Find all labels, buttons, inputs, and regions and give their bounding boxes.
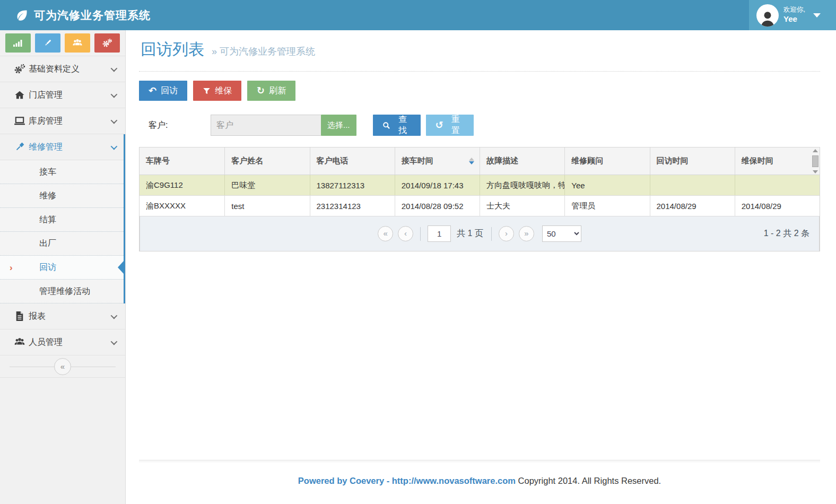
document-icon [11, 311, 29, 321]
next-page-button[interactable]: › [499, 226, 514, 241]
search-button-label: 查找 [395, 114, 411, 136]
maintain-button-label: 维保 [215, 85, 232, 97]
sidebar-item-repair-mgmt[interactable]: 维修管理 [0, 134, 124, 160]
footer-text: Powered by Coevery - http://www.novasoft… [139, 462, 820, 504]
reply-arrow-icon: ↶ [149, 86, 156, 95]
column-label: 车牌号 [146, 156, 170, 166]
sidebar-item-warehouse-mgmt[interactable]: 库房管理 [0, 108, 125, 134]
chevron-down-icon [111, 117, 118, 124]
column-header-plate[interactable]: 车牌号 [140, 147, 224, 175]
cell-customer-name: test [224, 196, 309, 216]
search-icon [382, 121, 390, 129]
sidebar-item-basic-data[interactable]: 基础资料定义 [0, 56, 125, 82]
column-header-customer-name[interactable]: 客户姓名 [224, 147, 309, 175]
gears-icon [11, 64, 29, 74]
main-content: 回访列表 » 可为汽修业务管理系统 ↶ 回访 维保 ↻ 刷新 客户: [126, 30, 836, 504]
cell-followup-time: 2014/08/29 [650, 196, 735, 216]
quick-tiles [0, 30, 125, 56]
avatar [756, 4, 779, 27]
leaf-logo-icon [15, 8, 29, 22]
column-header-fault-desc[interactable]: 故障描述 [480, 147, 564, 175]
active-chevron-icon: › [10, 263, 13, 272]
sidebar-item-label: 报表 [29, 311, 111, 322]
collapse-sidebar-button[interactable]: « [54, 358, 71, 375]
reset-button[interactable]: ↺ 重置 [426, 115, 474, 136]
page-title: 回访列表 [141, 39, 204, 60]
search-button[interactable]: 查找 [373, 115, 421, 136]
table-row[interactable]: 渝BXXXXX test 2312314123 2014/08/28 09:52… [140, 196, 820, 216]
user-menu[interactable]: 欢迎你, Yee [749, 0, 836, 30]
sidebar-item-reports[interactable]: 报表 [0, 303, 125, 329]
sidebar-subitem-manage-activities[interactable]: 管理维修活动 [0, 280, 124, 303]
cell-advisor: Yee [564, 175, 649, 195]
active-menu-section: 维修管理 接车 维修 结算 出厂 › 回访 管理维修活动 [0, 134, 125, 303]
cell-followup-time [650, 175, 735, 195]
total-pages-label: 共 1 页 [457, 228, 483, 239]
refresh-button[interactable]: ↻ 刷新 [247, 81, 295, 101]
column-header-customer-phone[interactable]: 客户电话 [310, 147, 395, 175]
cell-advisor: 管理员 [564, 196, 649, 216]
sort-icon[interactable] [469, 158, 474, 164]
customer-filter-label: 客户: [139, 120, 211, 131]
column-label: 维修顾问 [571, 156, 603, 166]
scroll-down-icon[interactable] [813, 170, 818, 173]
users-icon [11, 337, 29, 347]
column-label: 客户电话 [317, 156, 349, 166]
scrollbar-thumb[interactable] [812, 155, 818, 167]
table-scrollbar[interactable] [811, 149, 820, 173]
cell-customer-phone: 13827112313 [310, 175, 395, 195]
scroll-up-icon[interactable] [813, 149, 818, 152]
gavel-icon [11, 142, 29, 152]
page-number-input[interactable] [428, 225, 451, 242]
column-header-followup-time[interactable]: 回访时间 [650, 147, 735, 175]
pager-divider [491, 227, 492, 241]
copyright-text: Copyright 2014. All Rights Reserved. [516, 476, 661, 485]
sidebar-item-personnel-mgmt[interactable]: 人员管理 [0, 329, 125, 355]
funnel-icon [203, 87, 211, 95]
pagination-bar: « ‹ 共 1 页 › » 50 1 - 2 共 2 条 [140, 216, 820, 251]
users-tile-button[interactable] [65, 33, 90, 53]
sidebar-subitem-settle[interactable]: 结算 [0, 208, 124, 232]
stats-tile-button[interactable] [5, 33, 31, 53]
column-label: 接车时间 [402, 156, 433, 166]
refresh-icon: ↻ [257, 86, 265, 95]
gears-icon [102, 38, 112, 48]
welcome-text: 欢迎你, Yee [783, 6, 805, 24]
sidebar-subitem-followup[interactable]: › 回访 [0, 256, 124, 280]
sidebar-subitem-receive[interactable]: 接车 [0, 160, 124, 184]
sidebar-item-label: 基础资料定义 [29, 64, 111, 75]
column-header-maintain-time[interactable]: 维保时间 [735, 147, 820, 175]
page-size-select[interactable]: 50 [542, 225, 581, 242]
table-row[interactable]: 渝C9G112 巴味堂 13827112313 2014/09/18 17:43… [140, 175, 820, 196]
cell-customer-phone: 2312314123 [310, 196, 395, 216]
sidebar-item-label: 门店管理 [29, 90, 111, 101]
prev-page-button[interactable]: ‹ [398, 226, 413, 241]
filter-row: 客户: 选择... 查找 ↺ 重置 [139, 115, 820, 136]
customer-input[interactable] [211, 115, 321, 136]
column-header-advisor[interactable]: 维修顾问 [564, 147, 649, 175]
chevron-down-icon [813, 13, 821, 18]
sidebar-subitem-repair[interactable]: 维修 [0, 184, 124, 208]
record-range-label: 1 - 2 共 2 条 [764, 228, 809, 239]
followup-table: 车牌号 客户姓名 客户电话 接车时间 故障描述 维修顾问 回访时间 维保时间 [139, 147, 820, 251]
sidebar-item-store-mgmt[interactable]: 门店管理 [0, 82, 125, 108]
visit-button[interactable]: ↶ 回访 [139, 81, 187, 101]
maintain-button[interactable]: 维保 [193, 81, 241, 101]
edit-tile-button[interactable] [35, 33, 60, 53]
column-label: 回访时间 [657, 156, 689, 166]
first-page-button[interactable]: « [378, 226, 393, 241]
sidebar-collapse-row: « [0, 355, 125, 378]
powered-by-link[interactable]: Powered by Coevery - http://www.novasoft… [298, 476, 516, 485]
chevron-down-icon [111, 91, 118, 98]
refresh-button-label: 刷新 [269, 85, 286, 97]
chevron-down-icon [111, 143, 118, 150]
subitem-label: 维修 [39, 190, 56, 202]
sidebar-subitem-exit[interactable]: 出厂 [0, 232, 124, 256]
top-header: 可为汽修业务管理系统 欢迎你, Yee [0, 0, 836, 30]
last-page-button[interactable]: » [519, 226, 534, 241]
column-header-receive-time[interactable]: 接车时间 [395, 147, 480, 175]
table-header-row: 车牌号 客户姓名 客户电话 接车时间 故障描述 维修顾问 回访时间 维保时间 [140, 147, 820, 175]
settings-tile-button[interactable] [94, 33, 120, 53]
cell-customer-name: 巴味堂 [224, 175, 309, 195]
choose-customer-button[interactable]: 选择... [321, 115, 356, 136]
